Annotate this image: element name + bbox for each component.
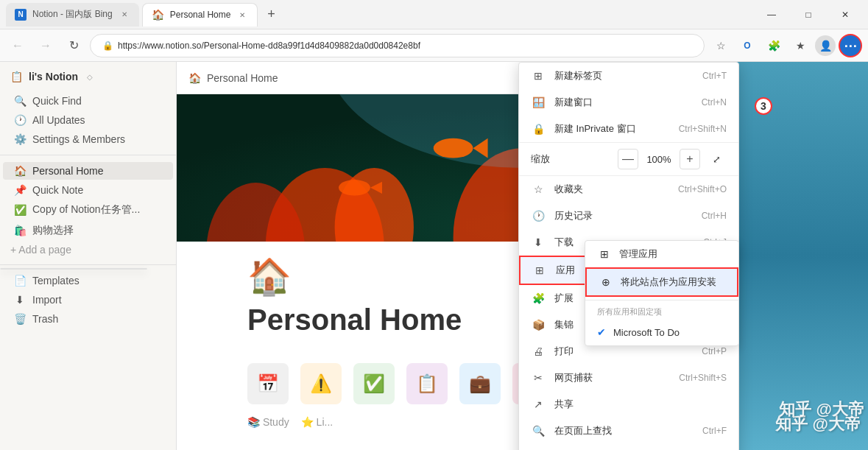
apps-icon: ⊞ xyxy=(532,263,547,278)
sidebar-item-trash[interactable]: 🗑️ Trash xyxy=(3,310,173,328)
zoom-plus-button[interactable]: + xyxy=(680,149,700,169)
new-window-label: 新建窗口 xyxy=(554,96,593,109)
tab-1-close[interactable]: ✕ xyxy=(119,9,130,21)
trash-icon: 🗑️ xyxy=(13,313,27,325)
sidebar-item-import[interactable]: ⬇ Import xyxy=(3,291,173,309)
collections-label: 集锦 xyxy=(554,318,574,331)
new-tab-icon: ⊞ xyxy=(531,68,546,83)
workspace-header[interactable]: 📋 li's Notion ◇ xyxy=(0,62,176,91)
maximize-button[interactable]: □ xyxy=(791,3,825,27)
quick-find-icon: 🔍 xyxy=(13,95,27,107)
refresh-button[interactable]: ↻ xyxy=(62,34,85,57)
menu-item-inprivate[interactable]: 🔒 新建 InPrivate 窗口 Ctrl+Shift+N xyxy=(519,116,738,142)
submenu-manage-apps[interactable]: ⊞ 管理应用 xyxy=(585,241,738,267)
tab-1-title: Notion - 国内版 Bing xyxy=(32,8,113,21)
menu-item-history[interactable]: 🕐 历史记录 Ctrl+H xyxy=(519,203,738,229)
edge-menu-button[interactable]: ⋯ xyxy=(839,34,862,57)
templates-icon: 📄 xyxy=(13,275,27,286)
page-header-title: Personal Home xyxy=(207,72,278,84)
sidebar-item-settings[interactable]: ⚙️ Settings & Members xyxy=(3,130,173,148)
desktop-background: 知乎 @大帝 xyxy=(735,62,868,450)
manage-apps-label: 管理应用 xyxy=(619,247,657,261)
back-button[interactable]: ← xyxy=(6,34,29,57)
widget-4[interactable]: 📋 xyxy=(406,363,448,404)
sidebar-item-personal-home[interactable]: 🏠 Personal Home xyxy=(3,162,173,180)
ms-todo-label: Microsoft To Do xyxy=(613,327,680,338)
new-tab-button[interactable]: + xyxy=(261,4,281,25)
sidebar-item-templates[interactable]: 📄 Templates xyxy=(3,272,173,289)
manage-apps-icon: ⊞ xyxy=(597,247,612,261)
sidebar-item-quick-find[interactable]: 🔍 Quick Find xyxy=(3,92,173,110)
window-controls: — □ ✕ xyxy=(755,3,862,27)
zoom-control: 缩放 — 100% + ⤢ xyxy=(519,142,738,176)
install-site-icon: ⊕ xyxy=(599,275,613,289)
tab-2-close[interactable]: ✕ xyxy=(236,9,248,21)
menu-item-read-aloud[interactable]: A 大声朗读 Ctrl+Shift+U xyxy=(519,444,738,450)
share-label: 共享 xyxy=(554,398,574,411)
all-updates-icon: 🕐 xyxy=(13,114,27,126)
annotation-3: 3 xyxy=(755,97,772,115)
inprivate-shortcut: Ctrl+Shift+N xyxy=(679,124,727,134)
url-text: https://www.notion.so/Personal-Home-dd8a… xyxy=(118,41,420,51)
li-label: ⭐ Li... xyxy=(301,416,333,428)
extensions-icon[interactable]: 🧩 xyxy=(762,34,786,57)
zoom-minus-button[interactable]: — xyxy=(618,149,638,169)
tab-2[interactable]: 🏠 Personal Home ✕ xyxy=(142,3,258,27)
forward-button[interactable]: → xyxy=(34,34,57,57)
ms-todo-check: ✔ xyxy=(597,326,606,338)
menu-item-favorites[interactable]: ☆ 收藏夹 Ctrl+Shift+O xyxy=(519,176,738,203)
favorites-shortcut: Ctrl+Shift+O xyxy=(678,184,727,194)
favorites-menu-icon: ☆ xyxy=(531,182,546,197)
desktop-watermark: 知乎 @大帝 xyxy=(779,398,864,421)
widget-calendar[interactable]: 📅 xyxy=(247,363,289,404)
submenu-install-site[interactable]: ⊕ 将此站点作为应用安装 xyxy=(585,267,738,297)
sidebar-item-copy-notion[interactable]: ✅ Copy of Notion任务管... xyxy=(3,200,173,219)
download-label: 下载 xyxy=(554,236,574,249)
new-tab-shortcut: Ctrl+T xyxy=(702,71,727,81)
favorites-icon[interactable]: ☆ xyxy=(709,34,733,57)
find-icon: 🔍 xyxy=(531,423,546,438)
profile-icon[interactable]: 👤 xyxy=(815,35,836,56)
sidebar-item-quick-note[interactable]: 📌 Quick Note xyxy=(3,181,173,199)
web-capture-label: 网页捕获 xyxy=(554,371,593,384)
favorites-label: 收藏夹 xyxy=(554,183,583,196)
zoom-label: 缩放 xyxy=(531,152,550,166)
apps-submenu-popup: ⊞ 管理应用 ⊕ 将此站点作为应用安装 所有应用和固定项 ✔ Microsoft… xyxy=(585,240,739,346)
sidebar-divider-1 xyxy=(0,155,176,155)
web-capture-shortcut: Ctrl+Shift+S xyxy=(679,373,727,383)
menu-item-new-window[interactable]: 🪟 新建窗口 Ctrl+N xyxy=(519,89,738,116)
collections-menu-icon: 📦 xyxy=(531,317,546,332)
collections-icon[interactable]: ★ xyxy=(788,34,812,57)
copy-notion-icon: ✅ xyxy=(13,204,27,216)
extensions-label: 扩展 xyxy=(554,292,574,305)
print-shortcut: Ctrl+P xyxy=(702,346,727,356)
sidebar-item-all-updates[interactable]: 🕐 All Updates xyxy=(3,111,173,129)
submenu-divider xyxy=(585,300,738,300)
zoom-expand-button[interactable]: ⤢ xyxy=(706,149,727,169)
sidebar-item-shopping[interactable]: 🛍️ 购物选择 xyxy=(3,221,173,240)
share-icon: ↗ xyxy=(531,397,546,412)
submenu-section-label: 所有应用和固定项 xyxy=(585,303,738,319)
zoom-value: 100% xyxy=(644,154,674,165)
url-bar[interactable]: 🔒 https://www.notion.so/Personal-Home-dd… xyxy=(90,34,705,57)
browser-window: N Notion - 国内版 Bing ✕ 🏠 Personal Home ✕ … xyxy=(0,0,868,450)
outlook-icon[interactable]: O xyxy=(735,34,759,57)
minimize-button[interactable]: — xyxy=(755,3,788,27)
widget-3[interactable]: ✅ xyxy=(353,363,395,404)
menu-item-web-capture[interactable]: ✂ 网页捕获 Ctrl+Shift+S xyxy=(519,365,738,391)
apps-label: 应用 xyxy=(556,264,575,277)
print-icon: 🖨 xyxy=(531,344,546,359)
menu-item-share[interactable]: ↗ 共享 xyxy=(519,391,738,418)
close-button[interactable]: ✕ xyxy=(828,3,862,27)
widget-5[interactable]: 💼 xyxy=(459,363,501,404)
widget-2[interactable]: ⚠️ xyxy=(300,363,342,404)
tab-1[interactable]: N Notion - 国内版 Bing ✕ xyxy=(6,3,139,27)
submenu-ms-todo[interactable]: ✔ Microsoft To Do xyxy=(585,319,738,345)
menu-item-new-tab[interactable]: ⊞ 新建标签页 Ctrl+T xyxy=(519,63,738,89)
menu-item-find[interactable]: 🔍 在页面上查找 Ctrl+F xyxy=(519,418,738,444)
download-icon: ⬇ xyxy=(531,235,546,250)
find-label: 在页面上查找 xyxy=(554,424,612,437)
history-label: 历史记录 xyxy=(554,209,593,222)
apps-submenu xyxy=(0,268,147,270)
add-page-button[interactable]: + Add a page xyxy=(0,241,176,259)
